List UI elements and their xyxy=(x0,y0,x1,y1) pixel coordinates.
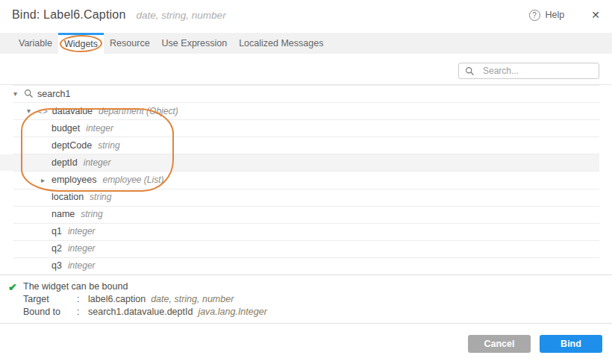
node-label: q3 xyxy=(51,260,62,271)
tab-resource[interactable]: Resource xyxy=(104,33,156,54)
help-label[interactable]: Help xyxy=(546,10,565,20)
node-label: q1 xyxy=(51,226,62,236)
tree-row-budget[interactable]: budgetinteger xyxy=(0,119,612,136)
status-row-value: label6.caption xyxy=(88,293,146,306)
tree-row-employees[interactable]: ▸employeesemployee (List) xyxy=(0,171,612,188)
caret-right-icon[interactable]: ▸ xyxy=(41,176,51,184)
node-label: name xyxy=(51,209,75,219)
status-row-target: Target:label6.captiondate, string, numbe… xyxy=(23,293,267,306)
node-label: deptCode xyxy=(51,140,92,151)
node-label: q2 xyxy=(51,243,62,254)
tree-row-deptCode[interactable]: deptCodestring xyxy=(0,136,612,154)
node-type: integer xyxy=(68,260,96,271)
dialog-footer: Cancel Bind xyxy=(0,323,612,364)
binding-tree: ▾search1▾<>datavaluedepartment (Object)b… xyxy=(0,84,612,274)
status-row-bound-to: Bound to:search1.datavalue.deptIdjava.la… xyxy=(23,306,267,318)
tree-row-datavalue[interactable]: ▾<>datavaluedepartment (Object) xyxy=(0,102,612,119)
tree-row-q1[interactable]: q1integer xyxy=(0,223,612,240)
node-type: integer xyxy=(68,226,96,236)
node-label: employees xyxy=(51,175,96,185)
status-row-value-type: java.lang.Integer xyxy=(198,306,266,318)
tree-row-deptId[interactable]: deptIdinteger xyxy=(0,154,612,171)
help-icon[interactable]: ? xyxy=(529,10,540,21)
status-row-value-type: date, string, number xyxy=(151,293,234,306)
node-label: deptId xyxy=(51,157,78,168)
node-label: datavalue xyxy=(52,106,93,116)
tab-localized-messages[interactable]: Localized Messages xyxy=(233,33,329,54)
tab-variable[interactable]: Variable xyxy=(13,33,58,54)
node-type: string xyxy=(90,192,111,202)
status-row-colon: : xyxy=(77,306,88,318)
tab-widgets[interactable]: Widgets xyxy=(58,33,104,54)
node-type: integer xyxy=(84,157,111,168)
help-button[interactable]: ? Help xyxy=(529,10,565,21)
node-type: employee (List) xyxy=(102,175,163,185)
node-type: string xyxy=(81,209,102,219)
search-icon xyxy=(465,66,475,76)
footer-buttons: Cancel Bind xyxy=(468,335,602,353)
caret-down-icon[interactable]: ▾ xyxy=(27,107,37,115)
tree-row-location[interactable]: locationstring xyxy=(0,189,612,206)
status-row-value: search1.datavalue.deptId xyxy=(88,306,193,318)
dialog-header: Bind: Label6.Caption date, string, numbe… xyxy=(0,0,612,30)
bind-button[interactable]: Bind xyxy=(540,335,602,353)
node-type: integer xyxy=(68,243,96,254)
tab-use-expression[interactable]: Use Expression xyxy=(156,33,234,54)
status-row-label: Bound to xyxy=(23,306,77,318)
success-check-icon: ✔ xyxy=(8,280,23,323)
tree-row-search1[interactable]: ▾search1 xyxy=(0,85,612,102)
status-row-label: Target xyxy=(23,293,77,306)
bind-dialog: Bind: Label6.Caption date, string, numbe… xyxy=(0,0,612,364)
search-input[interactable] xyxy=(483,66,599,76)
tree-row-q2[interactable]: q2integer xyxy=(0,240,612,257)
status-panel: ✔ The widget can be bound Target:label6.… xyxy=(0,274,612,323)
angle-brackets-icon: <> xyxy=(37,107,49,116)
close-icon[interactable]: ✕ xyxy=(591,10,600,20)
node-type: string xyxy=(98,140,119,151)
caret-down-icon[interactable]: ▾ xyxy=(13,90,24,98)
tree-row-name[interactable]: namestring xyxy=(0,206,612,223)
status-lines: The widget can be bound Target:label6.ca… xyxy=(23,280,267,323)
status-message: The widget can be bound xyxy=(23,280,267,293)
search-box xyxy=(458,63,599,79)
node-type: integer xyxy=(86,123,113,134)
node-label: budget xyxy=(51,123,80,134)
tree-row-q3[interactable]: q3integer xyxy=(0,257,612,274)
search-node-icon xyxy=(24,89,34,98)
dialog-subtitle: date, string, number xyxy=(137,10,226,21)
status-row-colon: : xyxy=(77,293,88,306)
dialog-title: Bind: Label6.Caption xyxy=(12,8,126,22)
cancel-button[interactable]: Cancel xyxy=(468,335,531,353)
node-type: department (Object) xyxy=(99,106,178,116)
annotation-oval-widgets xyxy=(60,35,103,53)
node-label: location xyxy=(51,192,84,202)
tab-bar: VariableWidgetsResourceUse ExpressionLoc… xyxy=(0,33,612,54)
node-label: search1 xyxy=(37,89,70,99)
